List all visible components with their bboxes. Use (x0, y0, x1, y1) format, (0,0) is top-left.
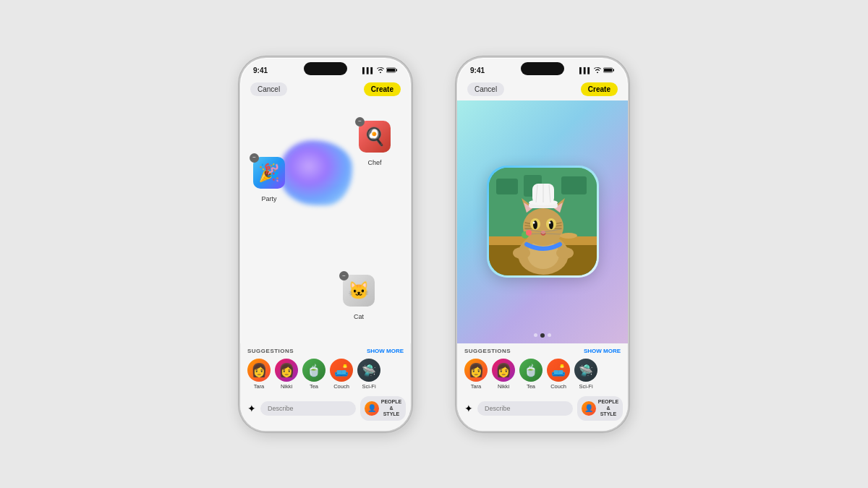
suggestion-label-tara-left: Tara (254, 383, 265, 390)
svg-point-14 (523, 208, 563, 246)
svg-point-45 (526, 230, 532, 236)
people-style-icon-left: 👤 (365, 401, 379, 416)
avatar-scifi-left: 🛸 (357, 359, 380, 382)
create-button-right[interactable]: Create (581, 82, 618, 96)
suggestions-section-left: SUGGESTIONS SHOW MORE 👩 Tara 👩 Nikki (240, 343, 411, 393)
svg-point-43 (556, 247, 574, 259)
avatar-scifi-right: 🛸 (574, 359, 597, 382)
sticker-cat-icon: − 🐱 (343, 275, 375, 307)
status-time-left: 9:41 (253, 67, 268, 74)
suggestion-scifi-left[interactable]: 🛸 Sci-Fi (357, 359, 380, 390)
suggestion-nikki-right[interactable]: 👩 Nikki (492, 359, 515, 390)
wifi-icon (377, 67, 384, 74)
page-dot-1 (534, 333, 537, 337)
avatar-tara-left: 👩 (247, 359, 271, 382)
bottom-bar-left: ✦ 👤 PEOPLE& STYLE (240, 393, 411, 430)
describe-input-left[interactable] (260, 401, 356, 416)
avatar-couch-right: 🛋️ (547, 359, 570, 382)
suggestion-tea-right[interactable]: 🍵 Tea (519, 359, 542, 390)
sticker-cat[interactable]: − 🐱 Cat (343, 275, 375, 322)
people-style-label-left: PEOPLE& STYLE (381, 399, 402, 417)
battery-icon-right (603, 67, 615, 74)
suggestion-label-couch-left: Couch (333, 383, 349, 390)
avatar-tara-right: 👩 (464, 359, 488, 382)
svg-rect-1 (387, 69, 395, 72)
people-style-icon-right: 👤 (582, 401, 596, 416)
page-dot-3 (548, 333, 551, 337)
sparkle-icon-left: ✦ (247, 403, 256, 414)
status-icons-left: ▌▌▌ (362, 67, 398, 74)
avatar-tea-right: 🍵 (519, 359, 542, 382)
suggestion-label-scifi-right: Sci-Fi (579, 383, 592, 390)
sticker-remove[interactable]: − (355, 117, 365, 127)
sticker-remove-cat[interactable]: − (339, 271, 349, 281)
avatar-couch-left: 🛋️ (330, 359, 353, 382)
sticker-party-icon: − 🎉 (253, 157, 285, 189)
suggestions-section-right: SUGGESTIONS SHOW MORE 👩 Tara 👩 Nikki (457, 343, 628, 393)
suggestion-tara-right[interactable]: 👩 Tara (464, 359, 488, 390)
color-blob (280, 140, 352, 205)
dynamic-island-left (304, 62, 347, 75)
suggestions-title-right: SUGGESTIONS (464, 348, 511, 354)
suggestion-label-nikki-left: Nikki (281, 383, 292, 390)
people-style-button-left[interactable]: 👤 PEOPLE& STYLE (360, 396, 406, 420)
suggestion-label-tara-right: Tara (471, 383, 482, 390)
create-button-left[interactable]: Create (364, 82, 401, 96)
signal-icon-right: ▌▌▌ (579, 67, 592, 74)
suggestion-label-couch-right: Couch (550, 383, 566, 390)
show-more-button-right[interactable]: SHOW MORE (584, 348, 621, 354)
suggestions-header-left: SUGGESTIONS SHOW MORE (247, 348, 404, 354)
sticker-chef-icon: − 🍳 (359, 121, 391, 153)
avatar-tea-left: 🍵 (302, 359, 326, 382)
suggestion-scifi-right[interactable]: 🛸 Sci-Fi (574, 359, 597, 390)
top-bar-left: Cancel Create (240, 78, 411, 100)
svg-point-46 (560, 233, 577, 239)
sticker-party-label: Party (261, 195, 276, 202)
avatar-nikki-right: 👩 (492, 359, 515, 382)
suggestion-couch-right[interactable]: 🛋️ Couch (547, 359, 570, 390)
svg-rect-9 (496, 179, 518, 194)
suggestion-label-tea-right: Tea (527, 383, 535, 390)
svg-rect-4 (604, 69, 612, 72)
cancel-button-right[interactable]: Cancel (467, 82, 504, 96)
suggestions-title-left: SUGGESTIONS (247, 348, 294, 354)
cancel-button-left[interactable]: Cancel (250, 82, 287, 96)
suggestion-label-scifi-left: Sci-Fi (362, 383, 375, 390)
sparkle-icon-right: ✦ (464, 403, 473, 414)
people-style-button-right[interactable]: 👤 PEOPLE& STYLE (577, 396, 623, 420)
image-display-area (457, 100, 628, 344)
svg-rect-11 (561, 176, 587, 194)
show-more-button-left[interactable]: SHOW MORE (367, 348, 404, 354)
page-dot-2 (540, 333, 545, 338)
suggestion-label-tea-left: Tea (310, 383, 318, 390)
avatar-nikki-left: 👩 (275, 359, 298, 382)
sticker-chef[interactable]: − 🍳 Chef (359, 121, 391, 168)
sticker-chef-label: Chef (367, 159, 381, 166)
screen-content-right: SUGGESTIONS SHOW MORE 👩 Tara 👩 Nikki (457, 100, 628, 431)
ai-image-card (487, 166, 599, 278)
dynamic-island-right (521, 62, 564, 75)
status-time-right: 9:41 (470, 67, 485, 74)
suggestion-label-nikki-right: Nikki (498, 383, 509, 390)
left-phone: 9:41 ▌▌▌ Cancel Create − 🍳 Chef (239, 56, 412, 432)
canvas-area: − 🍳 Chef − 🎉 Party − 🐱 Cat (240, 100, 411, 344)
sticker-cat-label: Cat (354, 313, 364, 320)
svg-point-42 (513, 247, 530, 259)
screen-content-left: − 🍳 Chef − 🎉 Party − 🐱 Cat (240, 100, 411, 431)
suggestion-couch-left[interactable]: 🛋️ Couch (330, 359, 353, 390)
ai-image-inner (489, 168, 597, 275)
suggestion-tara-left[interactable]: 👩 Tara (247, 359, 271, 390)
svg-rect-5 (613, 69, 615, 71)
cat-chef-illustration (489, 168, 597, 275)
wifi-icon-right (594, 67, 601, 74)
suggestions-list-left: 👩 Tara 👩 Nikki 🍵 Tea (247, 359, 404, 390)
suggestion-tea-left[interactable]: 🍵 Tea (302, 359, 326, 390)
sticker-party[interactable]: − 🎉 Party (253, 157, 285, 204)
describe-input-right[interactable] (477, 401, 573, 416)
svg-point-35 (532, 222, 535, 224)
svg-rect-2 (396, 69, 398, 71)
battery-icon (386, 67, 398, 74)
sticker-remove-party[interactable]: − (250, 153, 259, 163)
signal-icon: ▌▌▌ (362, 67, 375, 74)
suggestion-nikki-left[interactable]: 👩 Nikki (275, 359, 298, 390)
